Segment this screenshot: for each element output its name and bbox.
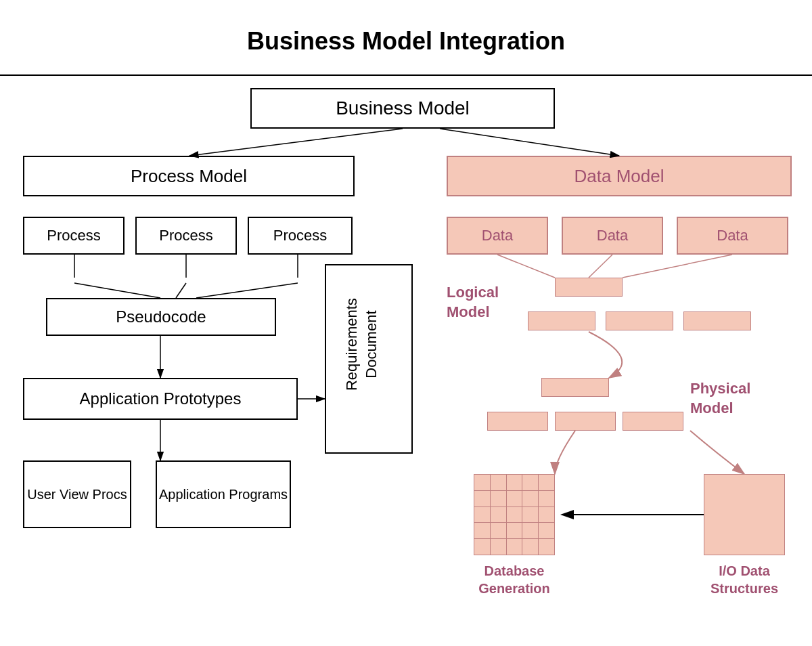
data-box-3: Data (677, 217, 788, 255)
data-model-box: Data Model (447, 156, 792, 196)
pseudocode-box: Pseudocode (46, 298, 276, 336)
data-box-2: Data (562, 217, 663, 255)
diagram-container: Business Model Integration Business Mode… (0, 0, 812, 646)
page-title: Business Model Integration (0, 20, 812, 58)
requirements-document-box (325, 264, 413, 454)
data-box-1: Data (447, 217, 548, 255)
physical-rect-4 (623, 412, 683, 431)
database-grid (474, 474, 555, 555)
app-programs-label: Application Programs (159, 487, 288, 502)
data-model-label: Data Model (574, 166, 664, 187)
logical-rect-3 (606, 311, 673, 330)
process-model-box: Process Model (23, 156, 355, 196)
user-view-procs-box: User View Procs (23, 460, 131, 528)
process-box-1: Process (23, 217, 125, 255)
app-prototypes-box: Application Prototypes (23, 378, 298, 420)
logical-model-label: LogicalModel (447, 283, 499, 322)
database-generation-label: Database Generation (460, 562, 568, 597)
business-model-box: Business Model (250, 88, 555, 129)
io-data-structures-box (704, 474, 785, 555)
physical-rect-1 (541, 378, 609, 397)
process-model-label: Process Model (131, 166, 247, 187)
physical-rect-3 (555, 412, 616, 431)
io-data-structures-label: I/O Data Structures (690, 562, 798, 597)
pseudocode-label: Pseudocode (116, 307, 206, 326)
process-box-2: Process (135, 217, 237, 255)
app-programs-box: Application Programs (156, 460, 291, 528)
physical-model-label: PhysicalModel (690, 379, 750, 418)
logical-rect-2 (528, 311, 595, 330)
process-box-3: Process (248, 217, 353, 255)
business-model-label: Business Model (336, 98, 470, 119)
app-prototypes-label: Application Prototypes (80, 389, 242, 408)
logical-rect-1 (555, 278, 623, 297)
user-view-procs-label: User View Procs (27, 487, 127, 502)
physical-rect-2 (487, 412, 548, 431)
top-divider (0, 74, 812, 76)
logical-rect-4 (683, 311, 751, 330)
